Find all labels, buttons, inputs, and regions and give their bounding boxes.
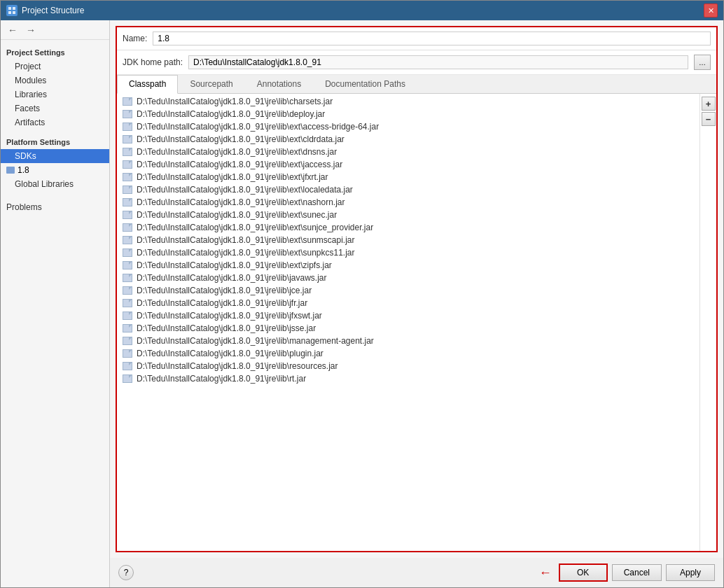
list-item[interactable]: D:\Tedu\InstallCatalog\jdk1.8.0_91\jre\l…: [117, 272, 699, 284]
jdk-path-row: JDK home path: …: [117, 50, 716, 75]
tabs-row: Classpath Sourcepath Annotations Documen…: [117, 75, 716, 94]
project-settings-header: Project Settings: [1, 43, 109, 59]
file-path-label: D:\Tedu\InstallCatalog\jdk1.8.0_91\jre\l…: [137, 361, 337, 371]
file-path-label: D:\Tedu\InstallCatalog\jdk1.8.0_91\jre\l…: [137, 248, 355, 258]
tab-classpath[interactable]: Classpath: [117, 75, 178, 94]
list-item[interactable]: D:\Tedu\InstallCatalog\jdk1.8.0_91\jre\l…: [117, 360, 699, 372]
name-row: Name:: [117, 27, 716, 50]
name-label: Name:: [123, 34, 147, 43]
file-path-label: D:\Tedu\InstallCatalog\jdk1.8.0_91\jre\l…: [137, 122, 379, 132]
sdk-panel: Name: JDK home path: … Classpath Sourcep…: [116, 26, 718, 552]
jar-file-icon: [123, 261, 132, 270]
list-item[interactable]: D:\Tedu\InstallCatalog\jdk1.8.0_91\jre\l…: [117, 246, 699, 259]
jar-file-icon: [123, 211, 132, 219]
list-item[interactable]: D:\Tedu\InstallCatalog\jdk1.8.0_91\jre\l…: [117, 347, 699, 360]
list-item[interactable]: D:\Tedu\InstallCatalog\jdk1.8.0_91\jre\l…: [117, 372, 699, 385]
sidebar-item-project[interactable]: Project: [1, 59, 109, 74]
sidebar-item-sdks[interactable]: SDKs: [1, 149, 109, 163]
jar-file-icon: [123, 148, 132, 156]
forward-button[interactable]: →: [23, 22, 39, 38]
right-panel: Name: JDK home path: … Classpath Sourcep…: [110, 20, 723, 587]
jar-file-icon: [123, 135, 132, 144]
platform-settings-header: Platform Settings: [1, 132, 109, 149]
file-path-label: D:\Tedu\InstallCatalog\jdk1.8.0_91\jre\l…: [137, 172, 328, 182]
list-item[interactable]: D:\Tedu\InstallCatalog\jdk1.8.0_91\jre\l…: [117, 221, 699, 234]
window-title: Project Structure: [22, 6, 84, 15]
jar-file-icon: [123, 312, 132, 320]
sdk-item-1.8[interactable]: 1.8: [1, 163, 109, 177]
list-item[interactable]: D:\Tedu\InstallCatalog\jdk1.8.0_91\jre\l…: [117, 234, 699, 246]
jar-file-icon: [123, 274, 132, 282]
nav-toolbar: ← →: [1, 20, 109, 40]
arrow-indicator: ←: [539, 566, 552, 580]
left-nav-tree: Project Settings Project Modules Librari…: [1, 40, 109, 218]
list-item[interactable]: D:\Tedu\InstallCatalog\jdk1.8.0_91\jre\l…: [117, 259, 699, 272]
sidebar-item-modules[interactable]: Modules: [1, 74, 109, 88]
left-panel: ← → Project Settings Project Modules Lib…: [1, 20, 110, 587]
list-item[interactable]: D:\Tedu\InstallCatalog\jdk1.8.0_91\jre\l…: [117, 171, 699, 183]
ok-button[interactable]: OK: [559, 564, 608, 582]
jar-file-icon: [123, 110, 132, 118]
list-item[interactable]: D:\Tedu\InstallCatalog\jdk1.8.0_91\jre\l…: [117, 158, 699, 171]
tab-documentation-paths[interactable]: Documentation Paths: [313, 75, 417, 93]
file-path-label: D:\Tedu\InstallCatalog\jdk1.8.0_91\jre\l…: [137, 210, 337, 220]
back-button[interactable]: ←: [5, 22, 20, 38]
svg-rect-3: [13, 11, 15, 14]
sidebar-item-libraries[interactable]: Libraries: [1, 88, 109, 102]
file-path-label: D:\Tedu\InstallCatalog\jdk1.8.0_91\jre\l…: [137, 197, 345, 207]
list-item[interactable]: D:\Tedu\InstallCatalog\jdk1.8.0_91\jre\l…: [117, 284, 699, 297]
jar-file-icon: [123, 198, 132, 206]
sidebar-item-facets[interactable]: Facets: [1, 102, 109, 115]
svg-rect-0: [8, 7, 11, 10]
apply-button[interactable]: Apply: [666, 564, 715, 581]
list-item[interactable]: D:\Tedu\InstallCatalog\jdk1.8.0_91\jre\l…: [117, 297, 699, 309]
file-path-label: D:\Tedu\InstallCatalog\jdk1.8.0_91\jre\l…: [137, 273, 326, 283]
file-path-label: D:\Tedu\InstallCatalog\jdk1.8.0_91\jre\l…: [137, 374, 306, 384]
sdk-folder-icon: [6, 167, 15, 174]
add-entry-button[interactable]: +: [702, 97, 716, 111]
list-item[interactable]: D:\Tedu\InstallCatalog\jdk1.8.0_91\jre\l…: [117, 108, 699, 120]
jar-file-icon: [123, 160, 132, 169]
list-item[interactable]: D:\Tedu\InstallCatalog\jdk1.8.0_91\jre\l…: [117, 309, 699, 322]
tab-sourcepath[interactable]: Sourcepath: [178, 75, 244, 93]
content-area: D:\Tedu\InstallCatalog\jdk1.8.0_91\jre\l…: [117, 94, 716, 551]
list-item[interactable]: D:\Tedu\InstallCatalog\jdk1.8.0_91\jre\l…: [117, 196, 699, 209]
file-path-label: D:\Tedu\InstallCatalog\jdk1.8.0_91\jre\l…: [137, 286, 312, 295]
file-path-label: D:\Tedu\InstallCatalog\jdk1.8.0_91\jre\l…: [137, 298, 307, 308]
help-button[interactable]: ?: [118, 565, 134, 580]
file-path-label: D:\Tedu\InstallCatalog\jdk1.8.0_91\jre\l…: [137, 223, 373, 232]
list-item[interactable]: D:\Tedu\InstallCatalog\jdk1.8.0_91\jre\l…: [117, 322, 699, 335]
list-item[interactable]: D:\Tedu\InstallCatalog\jdk1.8.0_91\jre\l…: [117, 209, 699, 221]
app-icon: [6, 5, 18, 16]
sidebar-item-artifacts[interactable]: Artifacts: [1, 115, 109, 130]
jar-file-icon: [123, 374, 132, 383]
list-item[interactable]: D:\Tedu\InstallCatalog\jdk1.8.0_91\jre\l…: [117, 183, 699, 196]
jdk-browse-button[interactable]: …: [694, 55, 711, 70]
name-input[interactable]: [153, 31, 711, 46]
file-path-label: D:\Tedu\InstallCatalog\jdk1.8.0_91\jre\l…: [137, 323, 316, 333]
jar-file-icon: [123, 248, 132, 257]
file-path-label: D:\Tedu\InstallCatalog\jdk1.8.0_91\jre\l…: [137, 185, 353, 195]
sidebar-item-problems[interactable]: Problems: [1, 197, 109, 215]
jdk-path-input[interactable]: [188, 55, 688, 69]
title-bar-left: Project Structure: [6, 5, 84, 16]
remove-entry-button[interactable]: −: [702, 112, 716, 126]
file-path-label: D:\Tedu\InstallCatalog\jdk1.8.0_91\jre\l…: [137, 109, 325, 119]
sidebar-item-global-libraries[interactable]: Global Libraries: [1, 177, 109, 191]
svg-rect-2: [8, 11, 11, 14]
list-item[interactable]: D:\Tedu\InstallCatalog\jdk1.8.0_91\jre\l…: [117, 120, 699, 133]
tab-annotations[interactable]: Annotations: [245, 75, 313, 93]
jdk-path-label: JDK home path:: [123, 57, 183, 67]
jar-file-icon: [123, 236, 132, 244]
list-item[interactable]: D:\Tedu\InstallCatalog\jdk1.8.0_91\jre\l…: [117, 133, 699, 146]
file-path-label: D:\Tedu\InstallCatalog\jdk1.8.0_91\jre\l…: [137, 311, 322, 321]
svg-rect-1: [13, 7, 15, 10]
jar-file-icon: [123, 173, 132, 181]
list-item[interactable]: D:\Tedu\InstallCatalog\jdk1.8.0_91\jre\l…: [117, 146, 699, 158]
list-item[interactable]: D:\Tedu\InstallCatalog\jdk1.8.0_91\jre\l…: [117, 95, 699, 108]
list-item[interactable]: D:\Tedu\InstallCatalog\jdk1.8.0_91\jre\l…: [117, 335, 699, 347]
close-button[interactable]: ✕: [704, 4, 718, 18]
file-path-label: D:\Tedu\InstallCatalog\jdk1.8.0_91\jre\l…: [137, 134, 344, 144]
file-list: D:\Tedu\InstallCatalog\jdk1.8.0_91\jre\l…: [117, 94, 699, 551]
cancel-button[interactable]: Cancel: [612, 564, 662, 581]
